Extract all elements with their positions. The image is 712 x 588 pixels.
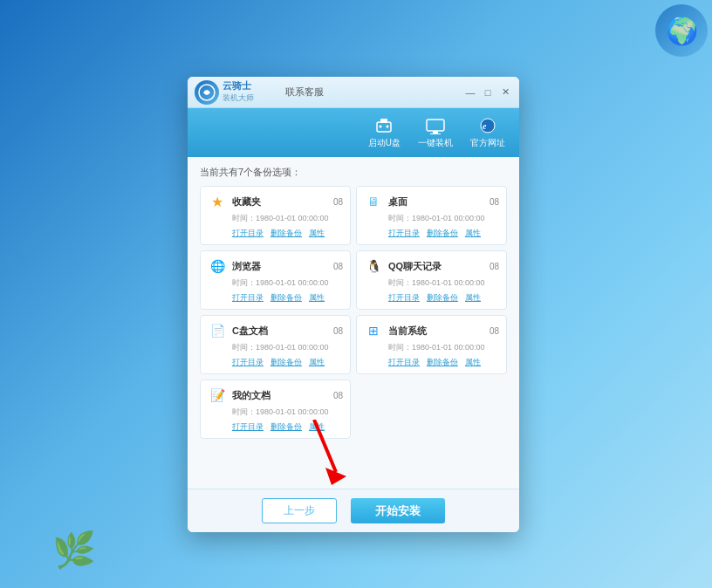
system-delete[interactable]: 删除备份 — [427, 357, 458, 368]
browser-icon: 🌐 — [208, 256, 227, 276]
system-name: 当前系统 — [388, 325, 427, 338]
favorites-props[interactable]: 属性 — [309, 228, 325, 239]
item-left-system: ⊞ 当前系统 — [364, 321, 427, 340]
browser-open[interactable]: 打开目录 — [232, 292, 264, 304]
browser-delete[interactable]: 删除备份 — [270, 292, 302, 304]
title-bar: 云骑士 装机大师 联系客服 — □ ✕ — [188, 77, 519, 108]
item-left-qq: 🐧 QQ聊天记录 — [364, 256, 442, 276]
backup-item-system: ⊞ 当前系统 08 时间：1980-01-01 00:00:00 打开目录 删除… — [356, 315, 507, 374]
item-header-system: ⊞ 当前系统 08 — [364, 321, 499, 340]
browser-actions: 打开目录 删除备份 属性 — [232, 292, 343, 304]
mydocs-count: 08 — [333, 391, 343, 400]
qq-name: QQ聊天记录 — [388, 260, 442, 273]
item-header-mydocs: 📝 我的文档 08 — [208, 386, 343, 405]
favorites-count: 08 — [333, 197, 343, 207]
browser-count: 08 — [333, 262, 343, 271]
backup-grid: ★ 收藏夹 08 时间：1980-01-01 00:00:00 打开目录 删除备… — [200, 186, 507, 439]
backup-item-qq: 🐧 QQ聊天记录 08 时间：1980-01-01 00:00:00 打开目录 … — [356, 250, 507, 310]
cdrive-time: 时间：1980-01-01 00:00:00 — [232, 342, 343, 353]
toolbar-install[interactable]: 一键装机 — [418, 116, 453, 149]
minimize-button[interactable]: — — [463, 85, 477, 99]
qq-count: 08 — [490, 262, 499, 271]
mydocs-name: 我的文档 — [232, 389, 270, 402]
desktop-actions: 打开目录 删除备份 属性 — [388, 228, 499, 239]
app-logo: 云骑士 装机大师 — [195, 79, 273, 106]
plant-decoration: 🌿 — [52, 530, 96, 571]
backup-item-browser: 🌐 浏览器 08 时间：1980-01-01 00:00:00 打开目录 删除备… — [200, 250, 351, 310]
restore-button[interactable]: □ — [481, 85, 495, 99]
desktop-icon: 🖥 — [364, 192, 383, 211]
title-bar-controls: — □ ✕ — [463, 85, 512, 99]
qq-delete[interactable]: 删除备份 — [427, 292, 458, 304]
system-count: 08 — [490, 326, 499, 336]
favorites-name: 收藏夹 — [232, 195, 261, 209]
svg-rect-5 — [427, 120, 444, 131]
favorites-icon: ★ — [208, 192, 227, 211]
item-left-cdrive: 📄 C盘文档 — [208, 321, 268, 340]
cdrive-name: C盘文档 — [232, 325, 268, 338]
cdrive-count: 08 — [333, 326, 343, 336]
qq-actions: 打开目录 删除备份 属性 — [388, 292, 499, 304]
cdrive-props[interactable]: 属性 — [309, 357, 325, 368]
mydocs-open[interactable]: 打开目录 — [232, 421, 264, 433]
start-install-button[interactable]: 开始安装 — [351, 498, 445, 523]
close-button[interactable]: ✕ — [498, 85, 512, 99]
item-header-qq: 🐧 QQ聊天记录 08 — [364, 256, 499, 276]
content-header: 当前共有7个备份选项： — [200, 166, 507, 179]
toolbar-usb[interactable]: 启动U盘 — [368, 116, 400, 149]
mydocs-icon: 📝 — [208, 386, 227, 405]
svg-rect-2 — [380, 119, 387, 123]
desktop-count: 08 — [490, 197, 499, 207]
svg-rect-6 — [433, 131, 438, 133]
system-open[interactable]: 打开目录 — [388, 357, 420, 368]
svg-rect-1 — [377, 122, 391, 132]
item-header-desktop: 🖥 桌面 08 — [364, 192, 499, 211]
cdrive-open[interactable]: 打开目录 — [232, 357, 264, 368]
item-left-favorites: ★ 收藏夹 — [208, 192, 261, 211]
qq-icon: 🐧 — [364, 256, 383, 276]
contact-service-text: 联系客服 — [285, 85, 324, 99]
toolbar: 启动U盘 一键装机 e 官方网址 — [188, 108, 519, 157]
logo-text-block: 云骑士 装机大师 — [222, 80, 254, 103]
system-time: 时间：1980-01-01 00:00:00 — [388, 342, 499, 353]
prev-button[interactable]: 上一步 — [262, 498, 337, 523]
svg-rect-7 — [430, 133, 441, 134]
arrow-pointer — [301, 420, 353, 489]
item-left-mydocs: 📝 我的文档 — [208, 386, 270, 405]
cdrive-delete[interactable]: 删除备份 — [270, 357, 302, 368]
qq-open[interactable]: 打开目录 — [388, 292, 420, 304]
desktop-delete[interactable]: 删除备份 — [427, 228, 458, 239]
bottom-bar: 上一步 开始安装 — [188, 489, 519, 532]
svg-point-4 — [387, 126, 389, 128]
mydocs-delete[interactable]: 删除备份 — [270, 421, 302, 433]
main-window: 云骑士 装机大师 联系客服 — □ ✕ 启动U盘 — [188, 77, 519, 532]
mydocs-time: 时间：1980-01-01 00:00:00 — [232, 407, 343, 418]
toolbar-website[interactable]: e 官方网址 — [470, 116, 505, 149]
cdrive-icon: 📄 — [208, 321, 227, 340]
favorites-delete[interactable]: 删除备份 — [270, 228, 302, 239]
toolbar-install-label: 一键装机 — [418, 137, 453, 149]
toolbar-website-label: 官方网址 — [470, 137, 505, 149]
favorites-time: 时间：1980-01-01 00:00:00 — [232, 213, 343, 224]
favorites-open[interactable]: 打开目录 — [232, 228, 264, 239]
desktop-open[interactable]: 打开目录 — [388, 228, 420, 239]
item-left-browser: 🌐 浏览器 — [208, 256, 261, 276]
globe-decoration: 🌍 — [655, 4, 708, 57]
system-props[interactable]: 属性 — [465, 357, 481, 368]
browser-time: 时间：1980-01-01 00:00:00 — [232, 277, 343, 289]
desktop-name: 桌面 — [388, 195, 407, 209]
logo-icon — [195, 80, 219, 105]
backup-list-scroll: ★ 收藏夹 08 时间：1980-01-01 00:00:00 打开目录 删除备… — [200, 186, 507, 439]
content-area: 当前共有7个备份选项： ★ 收藏夹 08 时间：1980-01-01 00:00… — [188, 157, 519, 489]
backup-item-favorites: ★ 收藏夹 08 时间：1980-01-01 00:00:00 打开目录 删除备… — [200, 186, 351, 245]
qq-time: 时间：1980-01-01 00:00:00 — [388, 277, 499, 289]
desktop-props[interactable]: 属性 — [465, 228, 481, 239]
logo-app-sub: 装机大师 — [222, 92, 254, 104]
svg-line-10 — [314, 420, 336, 472]
usb-icon — [372, 116, 396, 135]
qq-props[interactable]: 属性 — [465, 292, 481, 304]
title-bar-left: 云骑士 装机大师 联系客服 — [195, 79, 324, 106]
svg-text:e: e — [483, 121, 487, 131]
browser-props[interactable]: 属性 — [309, 292, 325, 304]
system-actions: 打开目录 删除备份 属性 — [388, 357, 499, 368]
